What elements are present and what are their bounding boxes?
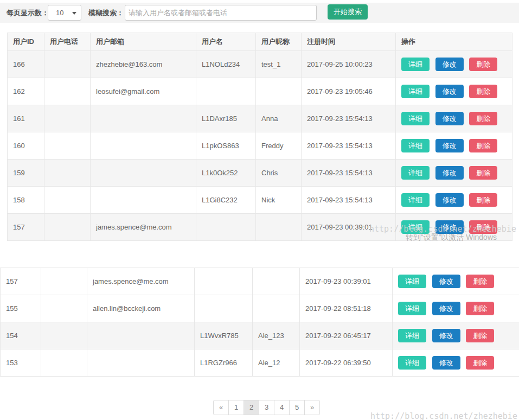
cell-user-email: james.spence@me.com — [91, 214, 196, 241]
cell-user-email — [91, 187, 196, 214]
delete-button[interactable]: 删除 — [469, 220, 497, 234]
header-nickname: 用户昵称 — [256, 33, 302, 51]
cell-user-email — [87, 322, 195, 349]
detail-button[interactable]: 详细 — [401, 139, 430, 152]
detail-button[interactable]: 详细 — [401, 166, 430, 180]
cell-user-id: 159 — [8, 160, 44, 187]
header-user-id: 用户ID — [8, 33, 44, 51]
cell-user-id: 161 — [8, 105, 44, 132]
detail-button[interactable]: 详细 — [398, 356, 426, 370]
cell-register-time: 2017-09-22 06:39:50 — [300, 349, 393, 377]
pagination-page-5[interactable]: 5 — [289, 400, 305, 415]
cell-actions: 详细 修改 删除 — [393, 268, 519, 295]
detail-button[interactable]: 详细 — [401, 220, 430, 234]
cell-username: L1NOLd234 — [196, 51, 256, 78]
cell-actions: 详细 修改 删除 — [396, 160, 512, 187]
cell-user-id: 154 — [1, 322, 41, 349]
cell-actions: 详细 修改 删除 — [396, 78, 512, 105]
delete-button[interactable]: 删除 — [469, 193, 497, 207]
cell-nickname: Chris — [256, 160, 302, 187]
edit-button[interactable]: 修改 — [435, 112, 464, 125]
header-username: 用户名 — [196, 33, 256, 51]
cell-user-id: 166 — [8, 51, 44, 78]
cell-register-time: 2017-09-25 10:00:23 — [302, 51, 396, 78]
table-row: 159 L1k0Ok252 Chris 2017-09-23 15:54:13 … — [8, 160, 512, 187]
edit-button[interactable]: 修改 — [435, 166, 464, 180]
edit-button[interactable]: 修改 — [435, 85, 464, 98]
user-table-section1: 用户ID 用户电话 用户邮箱 用户名 用户昵称 注册时间 操作 166 zhez… — [7, 33, 512, 241]
detail-button[interactable]: 详细 — [401, 58, 430, 71]
cell-nickname — [253, 268, 300, 295]
delete-button[interactable]: 删除 — [469, 112, 497, 125]
cell-user-email — [87, 349, 195, 377]
cell-register-time: 2017-09-23 15:54:13 — [302, 105, 396, 132]
cell-user-phone — [44, 187, 91, 214]
delete-button[interactable]: 删除 — [466, 275, 494, 288]
pagination-prev[interactable]: « — [213, 400, 229, 415]
edit-button[interactable]: 修改 — [432, 275, 460, 288]
edit-button[interactable]: 修改 — [435, 193, 464, 207]
delete-button[interactable]: 删除 — [466, 356, 494, 370]
cell-nickname: Freddy — [256, 132, 302, 160]
cell-username — [196, 214, 256, 241]
delete-button[interactable]: 删除 — [469, 166, 497, 180]
header-user-email: 用户邮箱 — [91, 33, 196, 51]
control-bar: 每页显示数： 10 模糊搜索： 开始搜索 — [0, 3, 519, 23]
per-page-label: 每页显示数： — [7, 3, 49, 23]
cell-actions: 详细 修改 删除 — [396, 132, 512, 160]
cell-actions: 详细 修改 删除 — [393, 295, 519, 322]
cell-nickname — [253, 295, 300, 322]
cell-register-time: 2017-09-22 08:51:18 — [300, 295, 393, 322]
delete-button[interactable]: 删除 — [466, 302, 494, 315]
cell-username: L1DAxr185 — [196, 105, 256, 132]
edit-button[interactable]: 修改 — [435, 139, 464, 152]
detail-button[interactable]: 详细 — [398, 275, 426, 288]
cell-user-phone — [44, 105, 91, 132]
header-actions: 操作 — [396, 33, 512, 51]
search-label: 模糊搜索： — [88, 3, 124, 23]
cell-user-phone — [41, 322, 87, 349]
cell-user-phone — [44, 214, 91, 241]
pagination-page-4[interactable]: 4 — [274, 400, 290, 415]
cell-register-time: 2017-09-23 15:54:13 — [302, 160, 396, 187]
caret-down-icon — [72, 12, 76, 15]
cell-user-id: 162 — [8, 78, 44, 105]
edit-button[interactable]: 修改 — [435, 58, 464, 71]
edit-button[interactable]: 修改 — [435, 220, 464, 234]
user-table-section2: 157 james.spence@me.com 2017-09-23 00:39… — [0, 268, 519, 377]
delete-button[interactable]: 删除 — [466, 329, 494, 342]
search-input[interactable] — [125, 5, 317, 21]
detail-button[interactable]: 详细 — [401, 193, 430, 207]
detail-button[interactable]: 详细 — [401, 85, 430, 98]
start-search-button[interactable]: 开始搜索 — [328, 4, 368, 20]
edit-button[interactable]: 修改 — [432, 302, 460, 315]
detail-button[interactable]: 详细 — [398, 329, 426, 342]
detail-button[interactable]: 详细 — [398, 302, 426, 315]
edit-button[interactable]: 修改 — [432, 356, 460, 370]
header-register-time: 注册时间 — [302, 33, 396, 51]
cell-actions: 详细 修改 删除 — [393, 349, 519, 377]
pagination-page-3[interactable]: 3 — [259, 400, 274, 415]
cell-user-email — [91, 160, 196, 187]
table-row: 162 leosufei@gmail.com 2017-09-23 19:05:… — [8, 78, 512, 105]
pagination-next[interactable]: » — [304, 400, 320, 415]
delete-button[interactable]: 删除 — [469, 58, 497, 71]
cell-username: L1pkOS863 — [196, 132, 256, 160]
delete-button[interactable]: 删除 — [469, 139, 497, 152]
per-page-select[interactable]: 10 — [48, 5, 81, 21]
cell-user-phone — [44, 160, 91, 187]
cell-nickname: Nick — [256, 187, 302, 214]
pagination-page-1[interactable]: 1 — [228, 400, 244, 415]
pagination-page-2-active[interactable]: 2 — [244, 400, 259, 415]
cell-user-id: 153 — [1, 349, 41, 377]
detail-button[interactable]: 详细 — [401, 112, 430, 125]
cell-register-time: 2017-09-23 19:05:46 — [302, 78, 396, 105]
cell-user-id: 158 — [8, 187, 44, 214]
cell-user-phone — [41, 268, 87, 295]
cell-actions: 详细 修改 删除 — [396, 187, 512, 214]
cell-nickname — [256, 78, 302, 105]
edit-button[interactable]: 修改 — [432, 329, 460, 342]
cell-actions: 详细 修改 删除 — [396, 105, 512, 132]
delete-button[interactable]: 删除 — [469, 85, 497, 98]
cell-nickname: Anna — [256, 105, 302, 132]
